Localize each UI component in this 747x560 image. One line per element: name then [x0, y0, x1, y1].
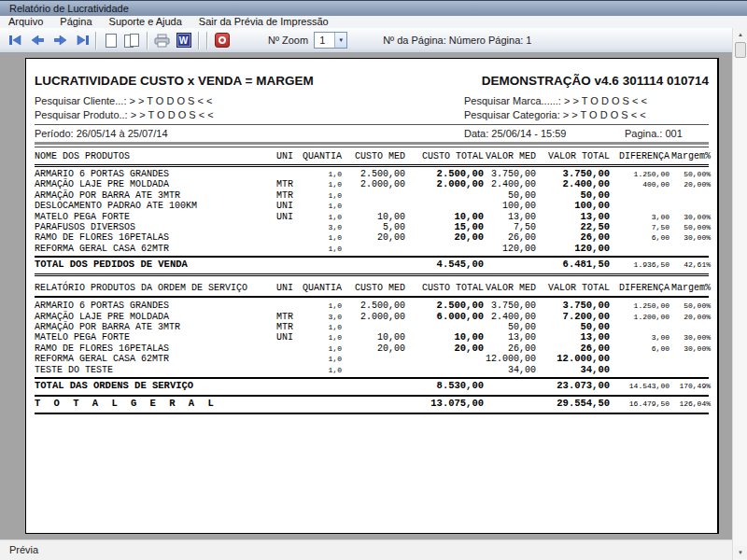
table-cell: 3.750,00 [484, 170, 536, 179]
export-word-button[interactable]: W [173, 31, 194, 50]
table-cell: 1,0 [303, 366, 342, 375]
first-page-button[interactable] [6, 31, 27, 50]
table-cell: 6,00 [610, 233, 669, 243]
table-cell: MATELO PEGA FORTE [35, 333, 273, 343]
status-label: Prévia [9, 544, 38, 555]
table-cell: 2.500,00 [342, 301, 405, 311]
table-cell: 34,00 [536, 365, 610, 374]
table-cell: 34,00 [484, 366, 536, 375]
filter-marca: Pesquisar Marca......: > > T O D O S < < [464, 94, 709, 108]
print-button[interactable] [151, 31, 173, 50]
scroll-up-icon[interactable]: ▲ [734, 28, 747, 41]
chevron-down-icon[interactable]: ▼ [334, 33, 346, 48]
table-cell: 50,00 [484, 191, 536, 201]
col-diferenca: DIFERENÇA [610, 283, 669, 294]
table-cell: 7,50 [484, 223, 536, 232]
table-cell: 12.000,00 [484, 355, 536, 364]
col-valor-total: VALOR TOTAL [536, 151, 610, 162]
table-cell: 20,00% [669, 180, 711, 189]
table-cell: 30,00% [669, 233, 711, 243]
total-row-ordens: TOTAL DAS ORDENS DE SERVIÇO 8.530,00 23.… [35, 379, 709, 393]
close-preview-button[interactable] [211, 31, 233, 50]
table-cell: 3.750,00 [536, 169, 610, 178]
vertical-scrollbar[interactable]: ▲ ▼ [732, 28, 747, 560]
menu-pagina[interactable]: Página [51, 16, 100, 28]
table-cell: 2.000,00 [405, 179, 484, 189]
toolbar: W Nº Zoom 1 ▼ Nº da Página: Número Págin… [0, 28, 747, 53]
table-cell: 50,00 [536, 322, 610, 331]
table-cell: 7.200,00 [536, 312, 610, 321]
table-cell: 15,00 [405, 222, 484, 231]
table-cell: ARMAÇÃO LAJE PRE MOLDADA [35, 180, 273, 189]
filter-produto: Pesquisar Produto..: > > T O D O S < < [35, 108, 214, 122]
app-window: Relatório de Lucratividade Arquivo Págin… [0, 0, 747, 560]
col-quantia: QUANTIA [303, 151, 342, 162]
col-custo-med: CUSTO MED [342, 283, 405, 294]
previous-page-button[interactable] [27, 31, 49, 50]
table-cell: 120,00 [536, 244, 610, 253]
zoom-dropdown[interactable]: 1 ▼ [314, 32, 347, 49]
table-header: NOME DOS PRODUTOS UNI QUANTIA CUSTO MED … [35, 151, 709, 162]
single-page-view-button[interactable] [100, 31, 121, 50]
two-page-view-button[interactable] [121, 31, 143, 50]
table-cell: 1,0 [303, 333, 342, 343]
table-cell: 10,00 [405, 332, 484, 342]
table-cell: 20,00 [342, 233, 405, 243]
table-cell: 100,00 [484, 202, 536, 211]
table-header: RELATÓRIO PRODUTOS DA ORDEM DE SERVIÇO U… [35, 283, 709, 294]
first-page-icon [8, 35, 25, 46]
table-cell: 3.750,00 [484, 301, 536, 311]
table-cell: 6,00 [610, 344, 669, 354]
table-cell: 1,0 [303, 301, 342, 311]
menu-sair-da-previa[interactable]: Sair da Prévia de Impressão [190, 16, 337, 28]
table-cell: 1,0 [303, 180, 342, 189]
table-cell: 1,0 [303, 344, 342, 354]
col-diferenca: DIFERENÇA [610, 151, 669, 162]
table-cell: 20,00 [405, 232, 484, 242]
total-valor: 23.073,00 [536, 379, 610, 393]
last-page-button[interactable] [70, 31, 92, 50]
menu-suporte-e-ajuda[interactable]: Suporte e Ajuda [101, 16, 190, 28]
menu-arquivo[interactable]: Arquivo [0, 16, 51, 28]
table-cell: 2.400,00 [484, 313, 536, 322]
next-page-button[interactable] [49, 31, 70, 50]
scroll-down-icon[interactable]: ▼ [734, 546, 747, 559]
single-page-icon [106, 34, 117, 48]
report-table: NOME DOS PRODUTOS UNI QUANTIA CUSTO MED … [35, 151, 709, 414]
table-cell: 2.500,00 [405, 301, 484, 310]
divider [35, 147, 709, 147]
table-cell: 12.000,00 [536, 354, 610, 363]
table-cell: 1,0 [303, 355, 342, 364]
table-cell: 1.250,00 [610, 301, 669, 311]
total-label: TOTAL DOS PEDIDOS DE VENDA [35, 258, 405, 272]
table-cell: 30,00% [669, 333, 711, 343]
col-uni: UNI [273, 283, 303, 294]
table-cell: REFORMA GERAL CASA 62MTR [35, 245, 273, 254]
table-cell: 2.000,00 [342, 313, 405, 322]
table-row: REFORMA GERAL CASA 62MTR1,012.000,0012.0… [35, 354, 709, 364]
col-valor-med: VALOR MED [484, 151, 536, 162]
total-label: TOTAL DAS ORDENS DE SERVIÇO [35, 379, 405, 393]
divider [35, 164, 709, 167]
table-cell: 2.500,00 [342, 170, 405, 179]
total-diferenca: 14.543,00 [610, 379, 669, 393]
table-cell: 120,00 [484, 245, 536, 254]
table-row: DESLOCAMENTO PADRAO ATE 100KMUNI1,0100,0… [35, 201, 709, 211]
table-cell: 1.250,00 [610, 170, 669, 179]
previous-page-icon [31, 35, 46, 46]
window-title: Relatório de Lucratividade [9, 3, 129, 14]
table-cell: 26,00 [484, 233, 536, 243]
divider [35, 273, 709, 276]
table-cell: 400,00 [610, 180, 669, 189]
table-cell: 1,0 [303, 191, 342, 201]
table-cell: RAMO DE FLORES 16PETALAS [35, 233, 273, 243]
table-cell: 26,00 [536, 232, 610, 242]
table-cell: 3,0 [303, 223, 342, 232]
table-cell: 2.500,00 [405, 169, 484, 178]
table-row: REFORMA GERAL CASA 62MTR1,0120,00120,00 [35, 244, 709, 254]
scrollbar-thumb[interactable] [735, 42, 746, 58]
toolbar-separator [95, 32, 96, 49]
toolbar-separator [198, 32, 199, 49]
table-cell: 20,00 [342, 344, 405, 354]
total-custo: 8.530,00 [405, 379, 484, 393]
